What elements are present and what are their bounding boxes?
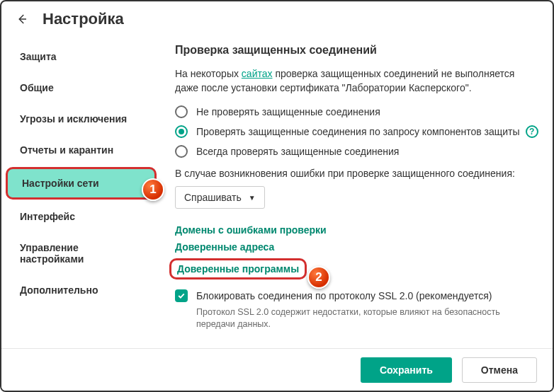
link-error-domains[interactable]: Домены с ошибками проверки (175, 224, 538, 236)
save-button[interactable]: Сохранить (361, 357, 452, 383)
sidebar-item-reports[interactable]: Отчеты и карантин (1, 134, 161, 166)
radio-scan-always[interactable]: Всегда проверять защищенные соединения (175, 145, 538, 158)
callout-badge-2: 2 (307, 266, 330, 289)
error-action-select[interactable]: Спрашивать ▼ (175, 186, 265, 209)
checkbox-checked-icon (175, 289, 188, 302)
back-button[interactable] (14, 11, 30, 27)
sidebar-item-additional[interactable]: Дополнительно (1, 275, 161, 306)
link-trusted-addresses[interactable]: Доверенные адреса (175, 241, 538, 253)
radio-icon (175, 125, 188, 138)
sidebar-item-threats[interactable]: Угрозы и исключения (1, 103, 161, 134)
ssl-block-row[interactable]: Блокировать соединения по протоколу SSL … (175, 289, 538, 304)
ssl-block-description: Протокол SSL 2.0 содержит недостатки, ко… (196, 306, 538, 331)
sidebar-item-interface[interactable]: Интерфейс (1, 201, 161, 232)
radio-scan-on-request[interactable]: Проверять защищенные соединения по запро… (175, 125, 538, 138)
section-title: Проверка защищенных соединений (175, 44, 538, 57)
help-icon[interactable]: ? (526, 125, 538, 138)
sidebar: Защита Общие Угрозы и исключения Отчеты … (1, 38, 161, 348)
page-title: Настройка (43, 10, 124, 28)
body: Защита Общие Угрозы и исключения Отчеты … (1, 38, 553, 348)
cancel-button[interactable]: Отмена (462, 357, 537, 383)
radio-icon (175, 105, 188, 118)
sidebar-item-general[interactable]: Общие (1, 72, 161, 103)
arrow-left-icon (16, 13, 28, 25)
content: Проверка защищенных соединений На некото… (161, 38, 553, 348)
scan-mode-radio-group: Не проверять защищенные соединения Прове… (175, 105, 538, 158)
callout-badge-1: 1 (142, 178, 164, 201)
ssl-block-label: Блокировать соединения по протоколу SSL … (196, 289, 492, 304)
section-description: На некоторых сайтах проверка защищенных … (175, 67, 538, 96)
error-action-label: В случае возникновения ошибки при провер… (175, 168, 538, 179)
chevron-down-icon: ▼ (249, 194, 256, 202)
sites-link[interactable]: сайтах (242, 68, 273, 79)
links-group: Домены с ошибками проверки Доверенные ад… (175, 224, 538, 279)
sidebar-item-manage-settings[interactable]: Управление настройками (1, 232, 161, 275)
radio-no-scan[interactable]: Не проверять защищенные соединения (175, 105, 538, 118)
link-trusted-apps[interactable]: Доверенные программы (169, 258, 307, 279)
select-value: Спрашивать (184, 192, 242, 203)
sidebar-item-network[interactable]: Настройки сети (6, 167, 157, 200)
footer: Сохранить Отмена (1, 348, 553, 391)
header: Настройка (1, 1, 553, 38)
sidebar-item-protection[interactable]: Защита (1, 41, 161, 72)
radio-icon (175, 145, 188, 158)
